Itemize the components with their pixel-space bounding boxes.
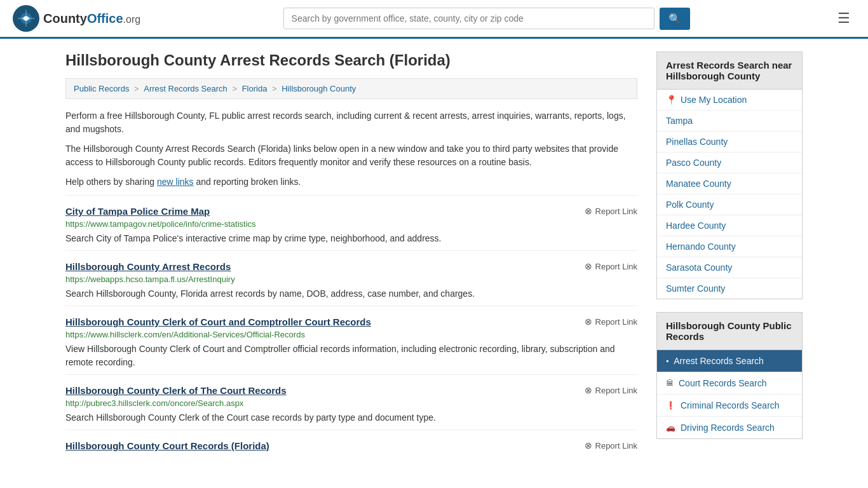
criminal-icon: ❗ [666, 401, 675, 410]
description-1: Perform a free Hillsborough County, FL p… [65, 109, 637, 136]
tampa-link[interactable]: Tampa [666, 116, 693, 126]
link-header-2: Hillsborough County Arrest Records ⊗ Rep… [65, 261, 637, 272]
sidebar-record-criminal[interactable]: ❗ Criminal Records Search [657, 395, 802, 417]
sidebar: Arrest Records Search near Hillsborough … [656, 51, 803, 459]
court-icon: 🏛 [666, 379, 674, 388]
link-title-5[interactable]: Hillsborough County Court Records (Flori… [65, 440, 269, 451]
hardee-link[interactable]: Hardee County [666, 220, 726, 231]
breadcrumb-sep-2: > [232, 84, 239, 93]
sidebar-record-court[interactable]: 🏛 Court Records Search [657, 372, 802, 395]
link-url-2[interactable]: https://webapps.hcso.tampa.fl.us/ArrestI… [65, 274, 637, 284]
arrest-icon: ▪ [666, 356, 668, 365]
link-desc-3: View Hillsborough County Clerk of Court … [65, 342, 637, 369]
link-title-3[interactable]: Hillsborough County Clerk of Court and C… [65, 316, 371, 327]
sidebar-records-list: ▪ Arrest Records Search 🏛 Court Records … [656, 350, 803, 439]
pinellas-link[interactable]: Pinellas County [666, 137, 728, 147]
arrest-records-link[interactable]: Arrest Records Search [674, 356, 764, 366]
breadcrumb-sep-1: > [134, 84, 141, 93]
link-entry-5: Hillsborough County Court Records (Flori… [65, 430, 637, 459]
pin-icon: 📍 [666, 95, 677, 105]
link-entry-4: Hillsborough County Clerk of The Court R… [65, 374, 637, 430]
link-url-3[interactable]: https://www.hillsclerk.com/en/Additional… [65, 330, 637, 339]
search-button[interactable]: 🔍 [660, 8, 690, 30]
content-area: Hillsborough County Arrest Records Searc… [65, 51, 637, 459]
menu-button[interactable]: ☰ [832, 8, 855, 29]
help-text: Help others by sharing new links and rep… [65, 175, 637, 189]
report-icon-2: ⊗ [585, 261, 592, 271]
new-links-link[interactable]: new links [157, 177, 194, 187]
report-link-btn-4[interactable]: ⊗ Report Link [585, 385, 637, 395]
link-entry-2: Hillsborough County Arrest Records ⊗ Rep… [65, 250, 637, 306]
hernando-link[interactable]: Hernando County [666, 241, 736, 252]
sidebar-near-hernando[interactable]: Hernando County [657, 236, 802, 257]
report-link-btn-5[interactable]: ⊗ Report Link [585, 440, 637, 451]
sidebar-near-list: 📍 Use My Location Tampa Pinellas County … [656, 90, 803, 299]
sidebar-near-manatee[interactable]: Manatee County [657, 173, 802, 194]
search-input[interactable] [283, 8, 654, 29]
report-label-5: Report Link [595, 441, 637, 451]
site-header: CountyOffice.org 🔍 ☰ [0, 0, 868, 39]
report-link-btn-3[interactable]: ⊗ Report Link [585, 316, 637, 327]
report-label-2: Report Link [595, 262, 637, 271]
sarasota-link[interactable]: Sarasota County [666, 262, 732, 273]
link-entry-1: City of Tampa Police Crime Map ⊗ Report … [65, 195, 637, 250]
breadcrumb-public-records[interactable]: Public Records [74, 84, 129, 93]
main-container: Hillsborough County Arrest Records Searc… [53, 39, 815, 471]
sumter-link[interactable]: Sumter County [666, 283, 725, 294]
link-header-5: Hillsborough County Court Records (Flori… [65, 440, 637, 451]
breadcrumb-hillsborough[interactable]: Hillsborough County [281, 84, 356, 93]
sidebar-near-title: Arrest Records Search near Hillsborough … [656, 51, 803, 90]
logo-area[interactable]: CountyOffice.org [13, 5, 140, 32]
polk-link[interactable]: Polk County [666, 200, 714, 210]
report-link-btn-1[interactable]: ⊗ Report Link [585, 206, 637, 216]
link-header-1: City of Tampa Police Crime Map ⊗ Report … [65, 206, 637, 217]
link-url-1[interactable]: https://www.tampagov.net/police/info/cri… [65, 219, 637, 229]
report-label-4: Report Link [595, 386, 637, 395]
sidebar-record-driving[interactable]: 🚗 Driving Records Search [657, 417, 802, 438]
report-label-1: Report Link [595, 207, 637, 216]
report-icon-1: ⊗ [585, 206, 592, 216]
sidebar-near-hardee[interactable]: Hardee County [657, 215, 802, 236]
sidebar-near-pasco[interactable]: Pasco County [657, 152, 802, 173]
sidebar-record-arrest[interactable]: ▪ Arrest Records Search [657, 350, 802, 372]
manatee-link[interactable]: Manatee County [666, 179, 731, 189]
logo-icon [13, 5, 39, 32]
report-icon-4: ⊗ [585, 385, 592, 395]
page-title: Hillsborough County Arrest Records Searc… [65, 51, 637, 69]
help-before: Help others by sharing [65, 177, 157, 187]
breadcrumb-arrest-records[interactable]: Arrest Records Search [144, 84, 227, 93]
report-label-3: Report Link [595, 317, 637, 327]
link-header-4: Hillsborough County Clerk of The Court R… [65, 385, 637, 396]
link-header-3: Hillsborough County Clerk of Court and C… [65, 316, 637, 327]
report-icon-3: ⊗ [585, 316, 592, 327]
link-url-4[interactable]: http://pubrec3.hillsclerk.com/oncore/Sea… [65, 398, 637, 408]
logo-tld: .org [123, 14, 141, 25]
sidebar-records-title: Hillsborough County Public Records [656, 312, 803, 350]
sidebar-near-tampa[interactable]: Tampa [657, 111, 802, 132]
sidebar-near-pinellas[interactable]: Pinellas County [657, 132, 802, 152]
logo-text: CountyOffice.org [43, 11, 140, 26]
court-records-link[interactable]: Court Records Search [679, 378, 767, 388]
use-location-link[interactable]: Use My Location [681, 95, 747, 105]
logo-office: Office [87, 11, 123, 25]
help-after: and reporting broken links. [194, 177, 301, 187]
link-desc-1: Search City of Tampa Police's interactiv… [65, 232, 637, 245]
link-title-4[interactable]: Hillsborough County Clerk of The Court R… [65, 385, 287, 396]
breadcrumb-sep-3: > [272, 84, 279, 93]
sidebar-near-sumter[interactable]: Sumter County [657, 278, 802, 299]
link-desc-2: Search Hillsborough County, Florida arre… [65, 287, 637, 301]
link-title-1[interactable]: City of Tampa Police Crime Map [65, 206, 210, 217]
link-title-2[interactable]: Hillsborough County Arrest Records [65, 261, 231, 272]
pasco-link[interactable]: Pasco County [666, 158, 721, 168]
sidebar-use-location[interactable]: 📍 Use My Location [657, 90, 802, 111]
breadcrumb-florida[interactable]: Florida [242, 84, 268, 93]
driving-icon: 🚗 [666, 423, 675, 432]
criminal-records-link[interactable]: Criminal Records Search [681, 400, 780, 410]
driving-records-link[interactable]: Driving Records Search [681, 423, 775, 433]
link-desc-4: Search Hillsborough County Clerk of the … [65, 411, 637, 424]
breadcrumb: Public Records > Arrest Records Search >… [65, 78, 637, 99]
description-2: The Hillsborough County Arrest Records S… [65, 142, 637, 169]
report-link-btn-2[interactable]: ⊗ Report Link [585, 261, 637, 271]
sidebar-near-sarasota[interactable]: Sarasota County [657, 257, 802, 278]
sidebar-near-polk[interactable]: Polk County [657, 194, 802, 215]
